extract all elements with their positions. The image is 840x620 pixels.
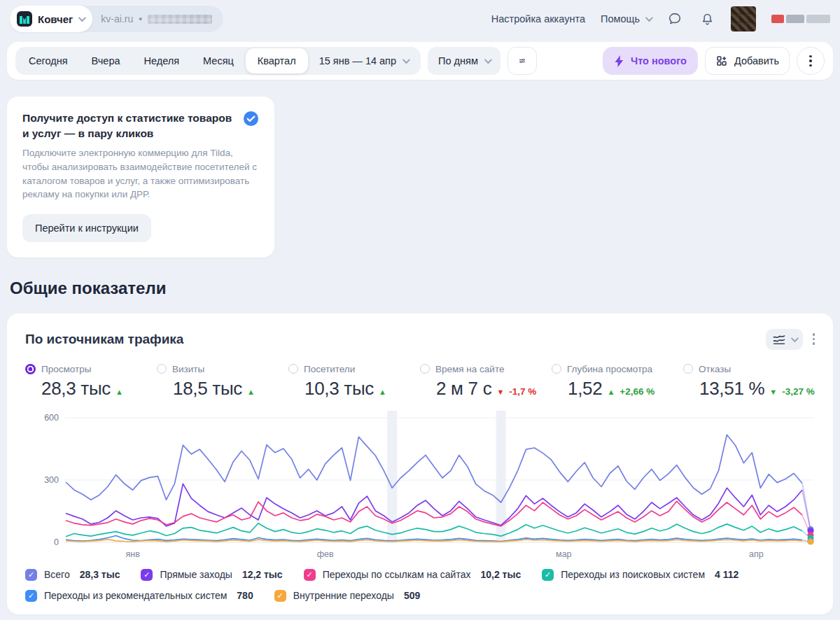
trend-arrow-icon: ▲ [247,388,255,396]
metrica-logo-icon [17,11,32,27]
help-menu[interactable]: Помощь [601,13,651,24]
metric-tab-4[interactable]: Глубина просмотра1,52▲+2,66 % [552,364,683,400]
legend-item-5[interactable]: ✓Внутренние переходы509 [274,590,421,602]
line-chart-icon [772,334,786,345]
chart-menu-button[interactable] [813,333,816,345]
legend-item-3[interactable]: ✓Переходы из поисковых систем4 112 [542,569,738,581]
legend-value: 12,2 тыс [242,569,283,580]
legend-item-2[interactable]: ✓Переходы по ссылкам на сайтах10,2 тыс [304,569,522,581]
svg-text:янв: янв [125,549,140,559]
trend-arrow-icon: ▲ [115,388,123,396]
trend-arrow-icon: ▲ [379,388,386,396]
chevron-down-icon [78,14,86,22]
metric-value: 2 м 7 с [436,378,491,400]
legend-label: Переходы из поисковых систем [561,569,705,580]
metric-radio[interactable] [157,364,167,374]
metric-value: 1,52 [568,378,602,400]
legend-value: 780 [237,590,253,601]
account-settings-link[interactable]: Настройка аккаунта [491,13,585,24]
chart-type-select[interactable] [766,329,803,350]
whats-new-label: Что нового [631,55,687,66]
metric-radio[interactable] [420,364,430,374]
legend-label: Переходы по ссылкам на сайтах [323,569,471,580]
counter-domain-text[interactable]: kv-ai.ru [101,13,133,24]
segment-filter-button[interactable] [507,47,537,75]
period-tab-3[interactable]: Месяц [191,48,246,73]
dashboard-add-icon [715,55,728,67]
metric-label: Визиты [172,364,204,374]
legend-item-0[interactable]: ✓Всего28,3 тыс [25,569,120,581]
chevron-down-icon [790,334,798,342]
promo-body: Подключите электронную коммерцию для Til… [22,146,259,201]
counter-selector: Ковчег kv-ai.ru • [10,6,223,32]
blue-check-icon [243,111,259,127]
user-avatar[interactable] [731,6,756,31]
metric-delta: -3,27 % [782,386,815,397]
legend-checkbox[interactable]: ✓ [274,590,286,602]
counter-name: Ковчег [38,13,73,25]
period-tab-0[interactable]: Сегодня [17,48,80,73]
legend-checkbox[interactable]: ✓ [304,569,316,581]
section-title: Общие показатели [10,279,840,298]
promo-instruction-button[interactable]: Перейти к инструкции [22,214,151,242]
add-label: Добавить [734,55,779,66]
period-tab-2[interactable]: Неделя [132,48,192,73]
svg-text:фев: фев [317,549,334,559]
metric-tab-1[interactable]: Визиты18,5 тыс▲ [157,364,288,400]
notifications-bell-icon[interactable] [699,10,715,27]
feedback-chat-icon[interactable] [666,10,683,27]
metric-radio[interactable] [288,364,298,374]
add-widget-button[interactable]: Добавить [705,47,790,75]
metric-delta: +2,66 % [620,386,654,397]
chart-title: По источникам трафика [25,332,183,347]
legend-item-4[interactable]: ✓Переходы из рекомендательных систем780 [25,590,253,602]
legend-label: Всего [44,569,70,580]
metric-label: Глубина просмотра [567,364,652,374]
svg-text:мар: мар [556,549,572,559]
date-range-picker[interactable]: 15 янв — 14 апр [308,55,419,66]
svg-text:600: 600 [44,413,59,423]
metrica-dashboard: Ковчег kv-ai.ru • Настройка аккаунта Пом… [0,0,840,620]
svg-text:300: 300 [44,475,59,485]
help-label: Помощь [601,13,640,24]
sliders-icon [518,54,526,68]
promo-card: Получите доступ к статистике товаров и у… [7,97,274,258]
metric-label: Отказы [699,364,731,374]
granularity-select[interactable]: По дням [428,47,500,75]
legend-item-1[interactable]: ✓Прямые заходы12,2 тыс [141,569,282,581]
period-tabs: СегодняВчераНеделяМесяцКвартал 15 янв — … [15,47,421,75]
counter-switcher[interactable]: Ковчег [10,6,92,32]
traffic-sources-chart[interactable]: 0300600янвфевмарапр [25,409,815,562]
svg-text:апр: апр [749,549,764,559]
metric-radio[interactable] [683,364,693,374]
metric-value: 28,3 тыс [41,378,111,400]
metric-tab-0[interactable]: Просмотры28,3 тыс▲ [25,364,157,400]
legend-checkbox[interactable]: ✓ [25,569,37,581]
trend-arrow-icon: ▼ [496,388,504,396]
whats-new-button[interactable]: Что нового [603,47,698,75]
top-bar-right: Настройка аккаунта Помощь [491,6,830,31]
legend-checkbox[interactable]: ✓ [141,569,153,581]
legend-label: Прямые заходы [160,569,232,580]
metric-label: Просмотры [41,364,91,374]
metric-radio[interactable] [552,364,561,374]
metric-tab-3[interactable]: Время на сайте2 м 7 с▼-1,7 % [420,364,552,400]
metric-label: Посетители [304,364,355,374]
metric-delta: -1,7 % [509,386,536,397]
metric-label: Время на сайте [435,364,504,374]
chevron-down-icon [402,56,410,64]
chart-legend: ✓Всего28,3 тыс✓Прямые заходы12,2 тыс✓Пер… [25,569,795,602]
traffic-sources-card: По источникам трафика Просмотры28,3 тыс▲… [7,313,833,614]
legend-value: 4 112 [715,569,738,580]
metric-value: 10,3 тыс [304,378,374,400]
legend-checkbox[interactable]: ✓ [542,569,554,581]
promo-title: Получите доступ к статистике товаров и у… [22,111,239,141]
toolbar-menu-button[interactable] [797,47,825,75]
legend-checkbox[interactable]: ✓ [25,590,37,602]
metric-tab-2[interactable]: Посетители10,3 тыс▲ [288,364,420,400]
period-tab-1[interactable]: Вчера [80,48,132,73]
dot-separator: • [139,13,142,24]
metric-radio[interactable] [25,364,36,374]
period-tab-4[interactable]: Квартал [246,48,308,73]
metric-tab-5[interactable]: Отказы13,51 %▼-3,27 % [683,364,815,400]
